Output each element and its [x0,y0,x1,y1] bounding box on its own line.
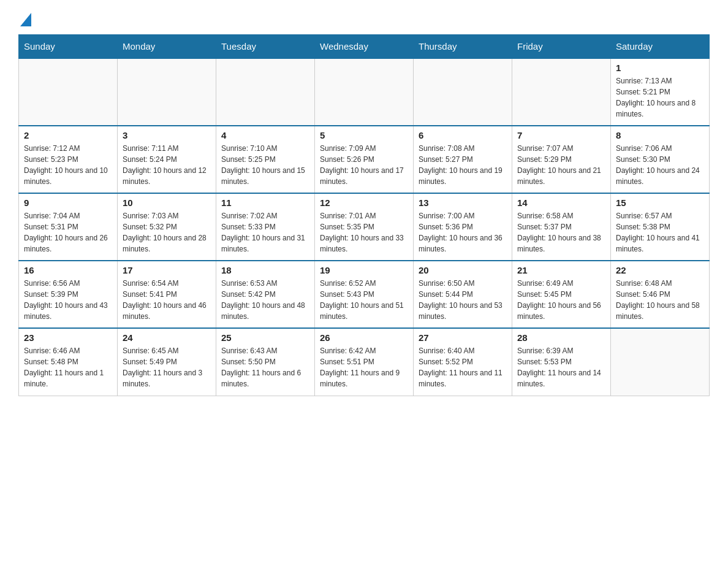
day-info: Sunrise: 7:02 AM Sunset: 5:33 PM Dayligh… [221,210,309,255]
calendar-table: SundayMondayTuesdayWednesdayThursdayFrid… [18,34,710,396]
calendar-day-cell: 6Sunrise: 7:08 AM Sunset: 5:27 PM Daylig… [414,126,512,193]
calendar-header-sunday: Sunday [19,35,118,59]
calendar-week-row: 2Sunrise: 7:12 AM Sunset: 5:23 PM Daylig… [19,126,710,193]
calendar-week-row: 23Sunrise: 6:46 AM Sunset: 5:48 PM Dayli… [19,328,710,396]
calendar-day-cell: 1Sunrise: 7:13 AM Sunset: 5:21 PM Daylig… [611,58,710,126]
day-info: Sunrise: 6:39 AM Sunset: 5:53 PM Dayligh… [517,345,605,389]
calendar-week-row: 1Sunrise: 7:13 AM Sunset: 5:21 PM Daylig… [19,58,710,126]
day-info: Sunrise: 7:04 AM Sunset: 5:31 PM Dayligh… [24,210,112,255]
calendar-day-cell: 2Sunrise: 7:12 AM Sunset: 5:23 PM Daylig… [19,126,118,193]
calendar-day-cell [512,58,611,126]
calendar-day-cell: 5Sunrise: 7:09 AM Sunset: 5:26 PM Daylig… [315,126,414,193]
day-number: 8 [616,130,704,140]
calendar-header-monday: Monday [118,35,216,59]
day-number: 13 [419,197,507,208]
day-info: Sunrise: 7:03 AM Sunset: 5:32 PM Dayligh… [123,210,211,255]
day-number: 7 [517,130,605,140]
day-number: 23 [24,332,112,343]
calendar-week-row: 16Sunrise: 6:56 AM Sunset: 5:39 PM Dayli… [19,261,710,328]
calendar-day-cell: 26Sunrise: 6:42 AM Sunset: 5:51 PM Dayli… [315,328,414,396]
calendar-day-cell: 23Sunrise: 6:46 AM Sunset: 5:48 PM Dayli… [19,328,118,396]
day-number: 2 [24,130,112,140]
calendar-header-friday: Friday [512,35,611,59]
calendar-day-cell: 28Sunrise: 6:39 AM Sunset: 5:53 PM Dayli… [512,328,611,396]
calendar-header-thursday: Thursday [414,35,512,59]
day-info: Sunrise: 6:49 AM Sunset: 5:45 PM Dayligh… [517,278,605,322]
calendar-day-cell [216,58,315,126]
day-info: Sunrise: 6:46 AM Sunset: 5:48 PM Dayligh… [24,345,112,389]
calendar-day-cell: 4Sunrise: 7:10 AM Sunset: 5:25 PM Daylig… [216,126,315,193]
calendar-day-cell [19,58,118,126]
calendar-day-cell: 13Sunrise: 7:00 AM Sunset: 5:36 PM Dayli… [414,193,512,261]
calendar-day-cell: 17Sunrise: 6:54 AM Sunset: 5:41 PM Dayli… [118,261,216,328]
calendar-header-row: SundayMondayTuesdayWednesdayThursdayFrid… [19,35,710,59]
calendar-day-cell: 27Sunrise: 6:40 AM Sunset: 5:52 PM Dayli… [414,328,512,396]
day-number: 17 [123,265,211,275]
day-info: Sunrise: 6:42 AM Sunset: 5:51 PM Dayligh… [320,345,408,389]
logo-arrow-icon [20,13,31,29]
calendar-day-cell: 14Sunrise: 6:58 AM Sunset: 5:37 PM Dayli… [512,193,611,261]
day-info: Sunrise: 6:43 AM Sunset: 5:50 PM Dayligh… [221,345,309,389]
day-info: Sunrise: 6:57 AM Sunset: 5:38 PM Dayligh… [616,210,704,255]
calendar-day-cell [611,328,710,396]
day-info: Sunrise: 6:54 AM Sunset: 5:41 PM Dayligh… [123,278,211,322]
day-number: 27 [419,332,507,343]
calendar-day-cell: 11Sunrise: 7:02 AM Sunset: 5:33 PM Dayli… [216,193,315,261]
day-number: 26 [320,332,408,343]
calendar-day-cell: 19Sunrise: 6:52 AM Sunset: 5:43 PM Dayli… [315,261,414,328]
day-info: Sunrise: 6:40 AM Sunset: 5:52 PM Dayligh… [419,345,507,389]
day-number: 25 [221,332,309,343]
calendar-day-cell [315,58,414,126]
day-number: 11 [221,197,309,208]
day-number: 28 [517,332,605,343]
day-number: 12 [320,197,408,208]
day-number: 6 [419,130,507,140]
day-number: 24 [123,332,211,343]
calendar-header-saturday: Saturday [611,35,710,59]
calendar-day-cell: 18Sunrise: 6:53 AM Sunset: 5:42 PM Dayli… [216,261,315,328]
day-info: Sunrise: 7:00 AM Sunset: 5:36 PM Dayligh… [419,210,507,255]
day-number: 20 [419,265,507,275]
day-info: Sunrise: 6:53 AM Sunset: 5:42 PM Dayligh… [221,278,309,322]
day-info: Sunrise: 6:52 AM Sunset: 5:43 PM Dayligh… [320,278,408,322]
day-number: 5 [320,130,408,140]
day-info: Sunrise: 7:11 AM Sunset: 5:24 PM Dayligh… [123,143,211,187]
day-number: 21 [517,265,605,275]
day-info: Sunrise: 7:12 AM Sunset: 5:23 PM Dayligh… [24,143,112,187]
day-number: 18 [221,265,309,275]
logo [18,12,31,28]
calendar-day-cell: 3Sunrise: 7:11 AM Sunset: 5:24 PM Daylig… [118,126,216,193]
day-info: Sunrise: 7:06 AM Sunset: 5:30 PM Dayligh… [616,143,704,187]
calendar-day-cell: 9Sunrise: 7:04 AM Sunset: 5:31 PM Daylig… [19,193,118,261]
calendar-week-row: 9Sunrise: 7:04 AM Sunset: 5:31 PM Daylig… [19,193,710,261]
day-number: 4 [221,130,309,140]
calendar-day-cell: 20Sunrise: 6:50 AM Sunset: 5:44 PM Dayli… [414,261,512,328]
day-number: 15 [616,197,704,208]
day-info: Sunrise: 6:58 AM Sunset: 5:37 PM Dayligh… [517,210,605,255]
calendar-day-cell: 25Sunrise: 6:43 AM Sunset: 5:50 PM Dayli… [216,328,315,396]
calendar-day-cell [118,58,216,126]
day-number: 3 [123,130,211,140]
calendar-day-cell: 12Sunrise: 7:01 AM Sunset: 5:35 PM Dayli… [315,193,414,261]
calendar-day-cell: 22Sunrise: 6:48 AM Sunset: 5:46 PM Dayli… [611,261,710,328]
calendar-day-cell [414,58,512,126]
calendar-day-cell: 15Sunrise: 6:57 AM Sunset: 5:38 PM Dayli… [611,193,710,261]
day-info: Sunrise: 6:48 AM Sunset: 5:46 PM Dayligh… [616,278,704,322]
calendar-day-cell: 8Sunrise: 7:06 AM Sunset: 5:30 PM Daylig… [611,126,710,193]
calendar-header-tuesday: Tuesday [216,35,315,59]
calendar-day-cell: 10Sunrise: 7:03 AM Sunset: 5:32 PM Dayli… [118,193,216,261]
day-info: Sunrise: 7:13 AM Sunset: 5:21 PM Dayligh… [616,75,704,120]
calendar-day-cell: 16Sunrise: 6:56 AM Sunset: 5:39 PM Dayli… [19,261,118,328]
day-number: 1 [616,63,704,73]
day-info: Sunrise: 7:08 AM Sunset: 5:27 PM Dayligh… [419,143,507,187]
day-info: Sunrise: 6:45 AM Sunset: 5:49 PM Dayligh… [123,345,211,389]
calendar-day-cell: 21Sunrise: 6:49 AM Sunset: 5:45 PM Dayli… [512,261,611,328]
day-info: Sunrise: 7:09 AM Sunset: 5:26 PM Dayligh… [320,143,408,187]
day-info: Sunrise: 7:10 AM Sunset: 5:25 PM Dayligh… [221,143,309,187]
day-info: Sunrise: 6:50 AM Sunset: 5:44 PM Dayligh… [419,278,507,322]
day-info: Sunrise: 6:56 AM Sunset: 5:39 PM Dayligh… [24,278,112,322]
day-number: 14 [517,197,605,208]
day-number: 9 [24,197,112,208]
day-info: Sunrise: 7:01 AM Sunset: 5:35 PM Dayligh… [320,210,408,255]
day-info: Sunrise: 7:07 AM Sunset: 5:29 PM Dayligh… [517,143,605,187]
